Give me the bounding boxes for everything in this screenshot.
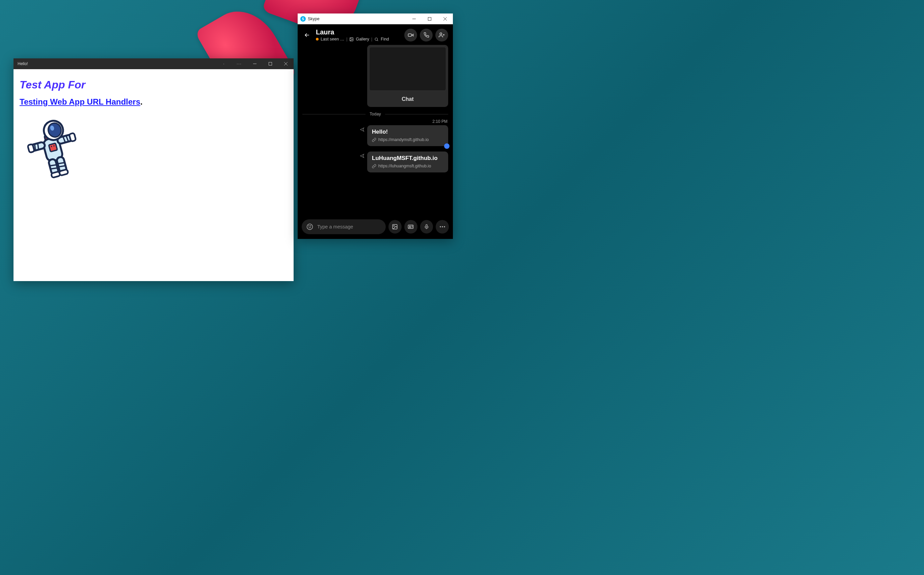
message-title: LuHuangMSFT.github.io [372, 155, 443, 162]
message-input[interactable] [317, 224, 381, 229]
svg-point-42 [440, 226, 441, 227]
skype-titlebar: S Skype [298, 13, 453, 24]
skype-conversation: Laura Last seen … | Gallery | Find [298, 24, 453, 239]
pwa-content: Test App For Testing Web App URL Handler… [14, 69, 294, 192]
link-preview-card[interactable]: Chat [367, 45, 448, 107]
message-input-pill [302, 219, 386, 234]
pwa-window-title: Hello! [17, 61, 28, 66]
gallery-icon [349, 37, 354, 41]
link-icon [372, 138, 376, 142]
find-link[interactable]: Find [381, 37, 389, 41]
message-url[interactable]: https://luhuangmsft.github.io [372, 164, 443, 168]
pwa-minimize-button[interactable] [247, 59, 262, 69]
period: . [140, 97, 143, 106]
pwa-close-button[interactable] [278, 59, 294, 69]
contact-subline: Last seen … | Gallery | Find [316, 37, 400, 41]
sent-indicator-icon [360, 154, 365, 158]
svg-rect-41 [426, 224, 427, 227]
gallery-link[interactable]: Gallery [356, 37, 369, 41]
message-bubble: LuHuangMSFT.github.io https://luhuangmsf… [367, 151, 448, 172]
contact-info[interactable]: Laura Last seen … | Gallery | Find [316, 29, 400, 41]
sent-indicator-icon [360, 127, 365, 132]
video-call-button[interactable] [404, 29, 417, 41]
message-url[interactable]: https://mandymsft.github.io [372, 137, 443, 142]
pwa-link[interactable]: Testing Web App URL Handlers [19, 97, 140, 106]
skype-logo-icon: S [300, 16, 306, 22]
pwa-maximize-button[interactable] [262, 59, 278, 69]
separator: | [371, 37, 372, 41]
pwa-more-button[interactable]: ··· [232, 59, 247, 69]
separator: | [346, 37, 347, 41]
svg-rect-11 [28, 144, 35, 153]
svg-rect-6 [49, 143, 57, 152]
pwa-app-window: Hello! · ··· Test App For Testing Web Ap… [14, 59, 294, 281]
send-file-button[interactable] [389, 220, 402, 233]
svg-rect-12 [69, 133, 76, 142]
more-button[interactable] [436, 220, 449, 233]
svg-point-30 [351, 38, 351, 39]
reaction-badge[interactable] [444, 143, 449, 149]
svg-rect-0 [269, 62, 272, 65]
preview-label: Chat [367, 93, 448, 107]
add-people-button[interactable] [435, 29, 448, 41]
svg-point-40 [410, 226, 410, 227]
header-actions [404, 29, 448, 41]
message-row[interactable]: LuHuangMSFT.github.io https://luhuangmsf… [367, 151, 448, 172]
search-icon [374, 37, 379, 41]
skype-app-window: S Skype Laura Last seen … | G [298, 13, 453, 239]
svg-point-43 [442, 226, 443, 227]
pwa-titlebar: Hello! · ··· [14, 59, 294, 69]
message-bubble: Hello! https://mandymsft.github.io [367, 125, 448, 146]
svg-point-38 [394, 226, 394, 226]
skype-minimize-button[interactable] [406, 13, 422, 24]
pwa-info-button[interactable]: · [216, 59, 232, 69]
svg-rect-28 [428, 17, 431, 20]
svg-point-34 [307, 224, 313, 230]
preview-thumbnail [369, 47, 446, 91]
svg-point-33 [440, 33, 442, 35]
astronaut-image [19, 115, 84, 182]
back-button[interactable] [302, 30, 312, 40]
voice-message-button[interactable] [420, 220, 433, 233]
status-away-icon [316, 38, 319, 40]
svg-point-31 [375, 38, 378, 40]
date-divider: Today [302, 112, 448, 116]
message-timestamp: 2:10 PM [302, 119, 448, 124]
messages-pane[interactable]: Chat Today 2:10 PM Hello! https://mandym… [298, 45, 453, 216]
last-seen-text: Last seen … [321, 37, 344, 41]
emoji-button[interactable] [306, 223, 313, 230]
svg-point-44 [444, 226, 445, 227]
message-input-bar [298, 216, 453, 239]
message-row[interactable]: Hello! https://mandymsft.github.io [367, 125, 448, 146]
contact-name: Laura [316, 29, 400, 36]
contact-card-button[interactable] [404, 220, 418, 233]
message-title: Hello! [372, 129, 443, 135]
skype-app-title: Skype [308, 16, 319, 21]
svg-point-35 [309, 226, 310, 226]
pwa-heading: Test App For [19, 79, 287, 91]
conversation-header: Laura Last seen … | Gallery | Find [298, 24, 453, 45]
skype-close-button[interactable] [437, 13, 453, 24]
date-label: Today [370, 112, 381, 116]
pwa-subheading: Testing Web App URL Handlers. [19, 97, 287, 106]
svg-rect-32 [408, 34, 412, 37]
svg-rect-16 [59, 169, 68, 175]
svg-point-36 [311, 226, 311, 226]
audio-call-button[interactable] [420, 29, 433, 41]
link-icon [372, 164, 376, 168]
skype-maximize-button[interactable] [422, 13, 437, 24]
